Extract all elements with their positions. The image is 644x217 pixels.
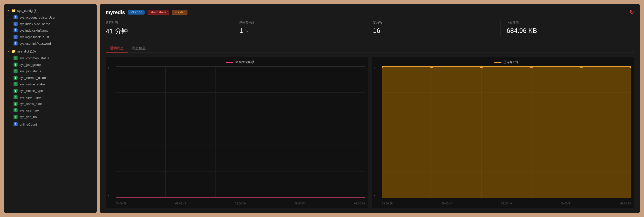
legend-line-orange [494,62,501,63]
tree-item-notice-type-label: sys_notice_type [20,89,43,93]
stat-keys-value: 16 [373,27,494,35]
stat-keys-number: 16 [373,27,380,35]
tree-group-sysconfig-header[interactable]: ▼ 📁 sys_config (5) [4,7,97,14]
cmd-chart-container: 命令执行数/秒 1 0 [106,57,368,208]
cmd-x-4: 09:00:59 [354,202,365,205]
tree-item-job-group-label: sys_job_group [20,63,41,67]
tree-item-show-hide[interactable]: S sys_show_hide [4,100,97,107]
conn-y-max: 1 [374,66,375,69]
cmd-y-min: 0 [108,195,109,198]
tree-group-sysdict-label: sys_dict (10) [17,49,36,53]
tree-item-sidetheme[interactable]: S sys.index.sideTheme [4,21,97,27]
tree-item-job-group[interactable]: S sys_job_group [4,61,97,68]
conn-chart-container: 已连客户端 1 0 [372,57,634,208]
tree-item-common-status[interactable]: S sys_common_status [4,55,97,61]
stat-uptime-label: 运行时间 [106,21,227,25]
s-badge-user-sex: S [14,108,18,112]
conn-x-2: 09:00:49 [501,202,512,205]
s-badge-notice-type: S [14,89,18,93]
tree-group-sysdict-header[interactable]: ▼ 📁 sys_dict (10) [4,48,97,55]
cmd-legend-text: 命令执行数/秒 [235,60,254,64]
stat-clients-number: 1 [239,27,243,35]
stats-row: 运行时间 41 分钟 已连客户端 1 ↘ 键总数 16 内存使用 [106,21,634,40]
tree-item-skinname[interactable]: S sys.index.skinName [4,27,97,34]
folder-icon-sysconfig: 📁 [12,9,16,13]
cmd-x-axis: 09:00:39 09:00:44 09:00:49 09:00:54 09:0… [116,202,365,205]
version-badge: v3.2.100 [128,10,145,15]
cmd-y-axis: 1 0 [108,66,109,198]
cmd-x-0: 09:00:39 [116,202,127,205]
tree-item-initpassword[interactable]: S sys.user.initPassword [4,40,97,47]
tree-item-sidetheme-label: sys.index.sideTheme [20,22,50,26]
refresh-icon[interactable]: ↻ [629,9,634,16]
header-row: myredis v3.2.100 standalone master ↻ [106,9,634,16]
s-badge-initpassword: S [14,41,18,45]
conn-chart-svg-wrapper: 1 0 [382,66,631,198]
arrow-down-icon: ▼ [7,9,10,12]
s-badge-yes-no: S [14,115,18,119]
tabs-row: 活动状态 状态信息 [106,44,634,53]
tree-item-onlinecount[interactable]: S onlineCount [4,121,97,128]
cmd-y-max: 1 [108,66,109,69]
tree-item-blackiplist[interactable]: S sys.login.blackIPList [4,34,97,40]
tree-item-blackiplist-label: sys.login.blackIPList [20,35,49,39]
s-badge-normal-disable: S [14,76,18,80]
conn-chart-legend: 已连客户端 [382,60,631,64]
conn-x-4: 09:00:59 [620,202,631,205]
tree-item-registeruser[interactable]: S sys.account.registerUser [4,14,97,21]
stat-memory-value: 684.96 KB [507,27,628,35]
tree-item-normal-disable-label: sys_normal_disable [20,76,48,80]
tree-item-notice-type[interactable]: S sys_notice_type [4,87,97,94]
s-badge-onlinecount: S [14,122,18,126]
s-badge-oper-type: S [14,95,18,99]
conn-x-axis: 09:00:39 09:00:44 09:00:49 09:00:54 09:0… [382,202,631,205]
s-badge-skinname: S [14,28,18,32]
s-badge-job-group: S [14,63,18,67]
stat-clients-value: 1 ↘ [239,27,361,35]
s-badge-common-status: S [14,56,18,60]
conn-legend-text: 已连客户端 [503,60,518,64]
tree-item-skinname-label: sys.index.skinName [20,29,49,32]
cmd-x-3: 09:00:54 [294,202,305,205]
tree-group-sysconfig: ▼ 📁 sys_config (5) S sys.account.registe… [4,7,97,47]
s-badge-blackiplist: S [14,35,18,39]
stat-keys: 键总数 16 [367,21,501,36]
s-badge-sidetheme: S [14,22,18,26]
tree-item-user-sex-label: sys_user_sex [20,108,39,112]
tree-item-show-hide-label: sys_show_hide [20,102,42,106]
arrow-down-icon-dict: ▼ [7,50,10,53]
tab-activity[interactable]: 活动状态 [106,44,128,53]
svg-marker-21 [382,66,631,198]
left-panel: ▼ 📁 sys_config (5) S sys.account.registe… [4,4,97,213]
tree-item-yes-no[interactable]: S sys_yes_no [4,114,97,120]
tree-item-onlinecount-label: onlineCount [20,123,37,126]
conn-x-3: 09:00:54 [561,202,571,205]
s-badge-registeruser: S [14,15,18,19]
cmd-chart-legend: 命令执行数/秒 [116,60,365,64]
tree-item-yes-no-label: sys_yes_no [20,115,37,119]
stat-clients-label: 已连客户端 [239,21,361,25]
tree-item-oper-type[interactable]: S sys_oper_type [4,94,97,100]
server-name: myredis [106,10,125,15]
tree-item-registeruser-label: sys.account.registerUser [20,16,55,19]
role-badge: master [172,10,187,15]
stat-uptime-value: 41 分钟 [106,27,227,36]
s-badge-show-hide: S [14,102,18,106]
cmd-x-1: 09:00:44 [175,202,186,205]
tree-item-normal-disable[interactable]: S sys_normal_disable [4,74,97,81]
stat-uptime: 运行时间 41 分钟 [106,21,233,36]
conn-y-min: 0 [374,195,375,198]
tree-item-notice-status[interactable]: S sys_notice_status [4,81,97,87]
tree-item-notice-status-label: sys_notice_status [20,82,45,86]
tab-status-info[interactable]: 状态信息 [128,44,150,53]
tree-item-job-status[interactable]: S sys_job_status [4,68,97,74]
folder-icon-sysdict: 📁 [12,49,16,53]
tree-item-user-sex[interactable]: S sys_user_sex [4,107,97,114]
s-badge-notice-status: S [14,82,18,86]
conn-x-0: 09:00:39 [382,202,393,205]
conn-chart-svg [382,66,631,198]
stat-uptime-number: 41 分钟 [106,27,128,36]
tree-item-common-status-label: sys_common_status [20,56,49,60]
tree-group-sysconfig-label: sys_config (5) [17,9,38,13]
cmd-chart-svg-wrapper: 1 0 [116,66,365,198]
